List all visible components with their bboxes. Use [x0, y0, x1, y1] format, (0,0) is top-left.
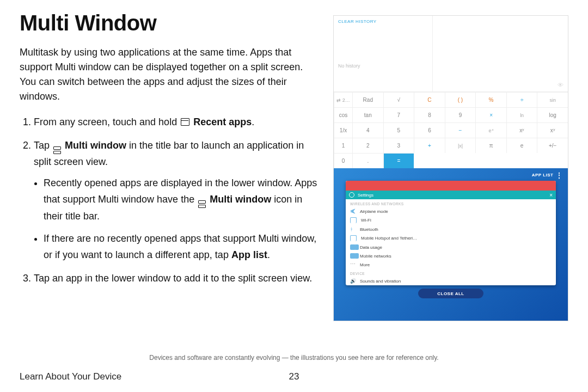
step-2-text-a: Tap — [34, 140, 52, 151]
key-abs: |x| — [445, 138, 476, 153]
app-list-label: APP LIST — [532, 173, 554, 177]
footer-label: Learn About Your Device — [20, 371, 121, 382]
row-bt-label: Bluetooth — [360, 227, 378, 232]
more-dots-icon: ⋯ — [350, 262, 356, 267]
row-bt: ᚼBluetooth — [346, 225, 556, 234]
bluetooth-icon: ᚼ — [350, 226, 356, 232]
step-1: From any screen, touch and hold Recent a… — [34, 114, 320, 131]
key-log: log — [537, 107, 568, 122]
step-3: Tap an app in the lower window to add it… — [34, 270, 320, 287]
row-airplane: Airplane mode — [346, 207, 556, 216]
recent-app-card: Settings × WIRELESS AND NETWORKS Airplan… — [346, 181, 556, 285]
key-3: 3 — [383, 138, 414, 153]
row-data: Data usage — [346, 243, 556, 252]
bullet-2-c: . — [267, 249, 270, 260]
row-sound: 🔊Sounds and vibration — [346, 277, 556, 285]
calculator-app: CLEAR HISTORY No history 👁 ⇄ 2… Rad √ C … — [334, 16, 568, 168]
card-title: Settings — [358, 193, 373, 198]
key-plus: + — [414, 138, 445, 153]
bullet-2-a: If there are no recently opened apps tha… — [44, 233, 316, 261]
key-clear: C — [414, 92, 445, 107]
intro-text: Multitask by using two applications at t… — [20, 45, 320, 104]
hotspot-icon — [350, 235, 357, 241]
footnote: Devices and software are constantly evol… — [0, 354, 588, 362]
wifi-icon — [350, 217, 357, 223]
multi-window-icon — [198, 200, 206, 208]
no-history-text: No history — [338, 63, 428, 69]
key-ex: eˣ — [475, 122, 506, 138]
key-toggle: ⇄ 2… — [334, 92, 352, 107]
row-wifi-label: Wi-Fi — [361, 218, 371, 223]
row-mobile: Mobile networks — [346, 252, 556, 260]
key-5: 5 — [383, 122, 414, 138]
key-minus: − — [445, 122, 476, 138]
row-mobile-label: Mobile networks — [360, 254, 391, 259]
calc-keyboard: ⇄ 2… Rad √ C ( ) % ÷ sin cos tan 7 8 9 × — [334, 92, 568, 168]
device-illustration: CLEAR HISTORY No history 👁 ⇄ 2… Rad √ C … — [333, 15, 568, 321]
step-1-text-c: . — [252, 117, 254, 127]
step-2: Tap Multi window in the title bar to lau… — [34, 137, 320, 264]
row-wifi: Wi-Fi — [346, 216, 556, 225]
key-equals: = — [383, 153, 414, 168]
mobile-net-icon — [350, 253, 356, 259]
key-rad: Rad — [352, 92, 383, 107]
section-device: DEVICE — [346, 269, 556, 277]
bullet-1: Recently opened apps are displayed in th… — [44, 175, 320, 225]
steps-list: From any screen, touch and hold Recent a… — [20, 114, 320, 286]
key-2: 2 — [352, 138, 383, 153]
key-sin: sin — [537, 92, 568, 107]
row-data-label: Data usage — [360, 245, 382, 250]
section-wireless: WIRELESS AND NETWORKS — [346, 199, 556, 207]
row-hotspot: Mobile Hotspot and Tetheri… — [346, 234, 556, 243]
page-number: 23 — [289, 371, 299, 382]
recent-apps-icon — [181, 118, 189, 126]
sound-icon: 🔊 — [350, 278, 356, 284]
multi-window-icon — [53, 146, 61, 154]
visibility-icon: 👁 — [558, 82, 564, 88]
close-icon: × — [549, 192, 553, 198]
key-4: 4 — [352, 122, 383, 138]
key-pm: +/− — [537, 138, 568, 153]
clear-history-link: CLEAR HISTORY — [338, 19, 428, 24]
card-accent-bar — [346, 181, 556, 191]
key-e: e — [506, 138, 537, 153]
recents-panel: APP LIST ⋮ Settings × WIRELESS AND NETWO… — [334, 168, 568, 321]
key-ln: ln — [506, 107, 537, 122]
key-8: 8 — [414, 107, 445, 122]
bullet-2-bold: App list — [231, 249, 267, 260]
key-cos: cos — [334, 107, 352, 122]
bullet-1-bold: Multi window — [210, 194, 271, 205]
key-paren: ( ) — [445, 92, 476, 107]
bullet-2: If there are no recently opened apps tha… — [44, 230, 320, 264]
key-tan: tan — [352, 107, 383, 122]
row-more-label: More — [360, 262, 370, 267]
step-2-bold: Multi window — [65, 140, 126, 151]
card-titlebar: Settings × — [346, 191, 556, 199]
airplane-icon — [350, 209, 356, 214]
data-icon — [350, 244, 356, 250]
row-sound-label: Sounds and vibration — [360, 279, 401, 284]
key-percent: % — [475, 92, 506, 107]
close-all-button: CLOSE ALL — [418, 289, 483, 298]
row-more: ⋯More — [346, 260, 556, 269]
key-1: 1 — [334, 138, 352, 153]
more-icon: ⋮ — [556, 173, 563, 177]
key-dot: . — [352, 153, 383, 168]
row-airplane-label: Airplane mode — [360, 209, 388, 214]
page-title: Multi Window — [20, 11, 320, 35]
key-0: 0 — [334, 153, 352, 168]
key-6: 6 — [414, 122, 445, 138]
key-multiply: × — [475, 107, 506, 122]
step-2-bullets: Recently opened apps are displayed in th… — [34, 175, 320, 264]
row-hotspot-label: Mobile Hotspot and Tetheri… — [361, 236, 417, 241]
settings-icon — [349, 192, 354, 198]
key-9: 9 — [445, 107, 476, 122]
key-xy1: xʸ — [506, 122, 537, 138]
key-divide: ÷ — [506, 92, 537, 107]
key-inv: 1/x — [334, 122, 352, 138]
step-1-bold: Recent apps — [193, 117, 252, 127]
calc-display: 👁 — [432, 16, 568, 91]
step-1-text-a: From any screen, touch and hold — [34, 117, 180, 127]
key-sqrt: √ — [383, 92, 414, 107]
key-xy2: xʸ — [537, 122, 568, 138]
